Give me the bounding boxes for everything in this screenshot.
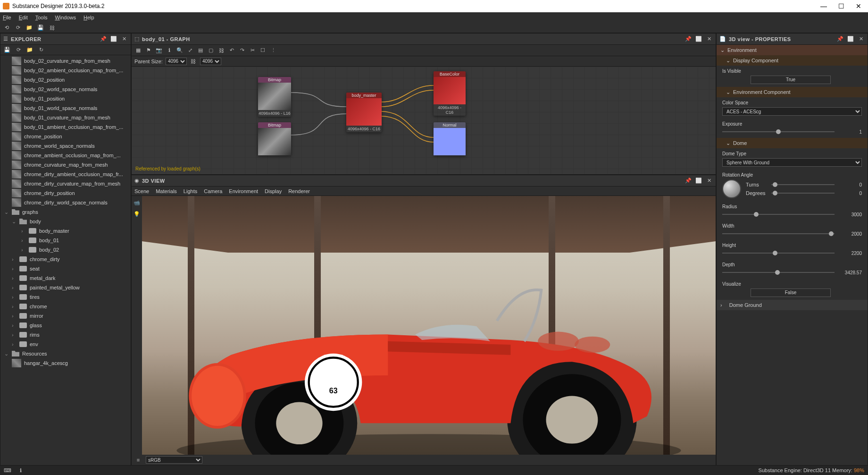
menu-edit[interactable]: Edit <box>19 15 28 20</box>
tree-item-graph[interactable]: ›metal_dark <box>0 273 131 283</box>
close-panel-icon[interactable]: ✕ <box>705 177 713 185</box>
parent-size-h-select[interactable]: 4096 <box>200 58 221 65</box>
degrees-slider[interactable] <box>771 190 835 196</box>
graph-node-bitmap1[interactable]: Bitmap 4096x4096 - L16 <box>258 77 291 117</box>
tree-item-map[interactable]: body_02_ambient_occlusion_map_from_... <box>0 66 131 75</box>
tree-item-map[interactable]: body_01_world_space_normals <box>0 103 131 113</box>
align-icon[interactable]: ▤ <box>197 47 204 54</box>
undo-icon[interactable]: ↶ <box>228 47 235 54</box>
tree-item-map[interactable]: body_02_position <box>0 75 131 85</box>
tree-item-graph[interactable]: ›body_01 <box>0 236 131 245</box>
graph-node-normal[interactable]: Normal <box>434 122 466 155</box>
refresh-icon[interactable]: ⟳ <box>15 46 22 54</box>
menu-file[interactable]: File <box>3 15 11 20</box>
save-icon[interactable]: 💾 <box>37 24 44 32</box>
view3d-menu-materials[interactable]: Materials <box>156 188 177 194</box>
pin-icon[interactable]: 📌 <box>836 35 844 43</box>
maximize-panel-icon[interactable]: ⬜ <box>847 35 854 43</box>
is-visible-toggle[interactable]: True <box>751 76 831 84</box>
section-display-component[interactable]: ⌄Display Component <box>717 55 868 66</box>
save-icon[interactable]: 💾 <box>3 46 11 54</box>
dome-type-select[interactable]: Sphere With Ground <box>722 158 862 167</box>
view3d-menu-renderer[interactable]: Renderer <box>288 188 310 194</box>
tree-item-map[interactable]: chrome_curvature_map_from_mesh <box>0 160 131 170</box>
view3d-menu-environment[interactable]: Environment <box>229 188 258 194</box>
tree-item-map[interactable]: hangar_4k_acescg <box>0 358 131 368</box>
tree-item-folder[interactable]: ⌄graphs <box>0 207 131 217</box>
close-panel-icon[interactable]: ✕ <box>705 35 713 43</box>
pin-icon[interactable]: 📌 <box>684 35 692 43</box>
width-slider[interactable] <box>722 230 835 237</box>
exposure-slider[interactable] <box>722 128 835 135</box>
camera-icon[interactable]: 📷 <box>155 47 163 54</box>
section-env-component[interactable]: ⌄Environment Component <box>717 87 868 97</box>
tree-item-graph[interactable]: ›mirror <box>0 311 131 321</box>
tree-item-graph[interactable]: ›chrome_dirty <box>0 254 131 264</box>
window-minimize-button[interactable]: — <box>820 2 827 10</box>
parent-size-w-select[interactable]: 4096 <box>166 58 187 65</box>
light-tool-icon[interactable]: 💡 <box>133 210 141 218</box>
colorspace-select[interactable]: ACES - ACEScg <box>722 107 862 116</box>
section-environment[interactable]: ⌄Environment <box>717 45 868 55</box>
tree-item-graph[interactable]: ›painted_metal_yellow <box>0 283 131 292</box>
link-icon[interactable]: ⛓ <box>48 24 56 32</box>
select-icon[interactable]: ▦ <box>134 47 142 54</box>
section-dome-ground[interactable]: › Dome Ground <box>717 300 868 310</box>
tree-item-graph[interactable]: ›env <box>0 339 131 349</box>
tree-item-folder[interactable]: ⌄body <box>0 217 131 226</box>
depth-slider[interactable] <box>722 269 835 276</box>
fit-icon[interactable]: ⤢ <box>186 47 194 54</box>
view3d-menu-scene[interactable]: Scene <box>134 188 149 194</box>
maximize-panel-icon[interactable]: ⬜ <box>695 177 702 185</box>
visualize-toggle[interactable]: False <box>751 288 831 297</box>
tree-item-map[interactable]: chrome_dirty_ambient_occlusion_map_fr... <box>0 170 131 179</box>
menu-tools[interactable]: Tools <box>35 15 48 20</box>
graph-node-body-master[interactable]: body_master 4096x4096 - C16 <box>346 93 382 132</box>
view3d-menu-camera[interactable]: Camera <box>204 188 222 194</box>
more-icon[interactable]: ⋮ <box>269 47 277 54</box>
graph-node-bitmap2[interactable]: Bitmap <box>258 122 291 155</box>
view3d-menu-lights[interactable]: Lights <box>184 188 197 194</box>
graph-canvas[interactable]: Bitmap 4096x4096 - L16 Bitmap body_maste… <box>132 67 716 174</box>
tree-item-map[interactable]: body_01_ambient_occlusion_map_from_... <box>0 122 131 132</box>
section-dome[interactable]: ⌄Dome <box>717 138 868 148</box>
tree-item-map[interactable]: body_01_position <box>0 94 131 103</box>
rotation-dial[interactable] <box>722 179 741 198</box>
height-slider[interactable] <box>722 250 835 256</box>
tree-item-graph[interactable]: ›body_master <box>0 226 131 236</box>
radius-slider[interactable] <box>722 211 835 218</box>
terminal-icon[interactable]: ⌨ <box>4 467 11 474</box>
explorer-tree[interactable]: body_02_curvature_map_from_meshbody_02_a… <box>0 55 131 465</box>
tree-item-map[interactable]: chrome_dirty_world_space_normals <box>0 198 131 207</box>
tree-item-graph[interactable]: ›glass <box>0 321 131 330</box>
tree-item-map[interactable]: body_01_curvature_map_from_mesh <box>0 113 131 122</box>
tree-item-graph[interactable]: ›seat <box>0 264 131 273</box>
tree-item-map[interactable]: chrome_ambient_occlusion_map_from_... <box>0 151 131 160</box>
refresh-icon[interactable]: ⟲ <box>3 24 10 32</box>
zoom-icon[interactable]: 🔍 <box>176 47 184 54</box>
tree-item-map[interactable]: chrome_dirty_curvature_map_from_mesh <box>0 179 131 188</box>
pin-icon[interactable]: 📌 <box>100 35 107 43</box>
close-panel-icon[interactable]: ✕ <box>857 35 865 43</box>
tree-item-graph[interactable]: ›body_02 <box>0 245 131 254</box>
tree-item-folder[interactable]: ⌄Resources <box>0 349 131 358</box>
tree-item-map[interactable]: body_02_world_space_normals <box>0 85 131 94</box>
view3d-menu-display[interactable]: Display <box>265 188 282 194</box>
menu-windows[interactable]: Windows <box>55 15 76 20</box>
view3d-viewport[interactable]: 63 <box>142 196 716 455</box>
open-icon[interactable]: 📁 <box>25 24 33 32</box>
close-panel-icon[interactable]: ✕ <box>120 35 128 43</box>
pin-icon[interactable]: 📌 <box>684 177 692 185</box>
link-dimensions-icon[interactable]: ⛓ <box>190 58 197 65</box>
link-icon[interactable]: ⛓ <box>217 47 225 54</box>
scissors-icon[interactable]: ✂ <box>249 47 256 54</box>
camera-tool-icon[interactable]: 📹 <box>133 199 141 206</box>
window-close-button[interactable]: ✕ <box>856 2 861 10</box>
tree-item-map[interactable]: chrome_position <box>0 132 131 141</box>
info-icon[interactable]: ℹ <box>166 47 173 54</box>
view-icon[interactable]: ☐ <box>259 47 267 54</box>
tree-item-graph[interactable]: ›chrome <box>0 302 131 311</box>
tree-item-map[interactable]: body_02_curvature_map_from_mesh <box>0 56 131 66</box>
layers-icon[interactable]: ≡ <box>134 456 142 464</box>
reload-icon[interactable]: ⟳ <box>14 24 22 32</box>
